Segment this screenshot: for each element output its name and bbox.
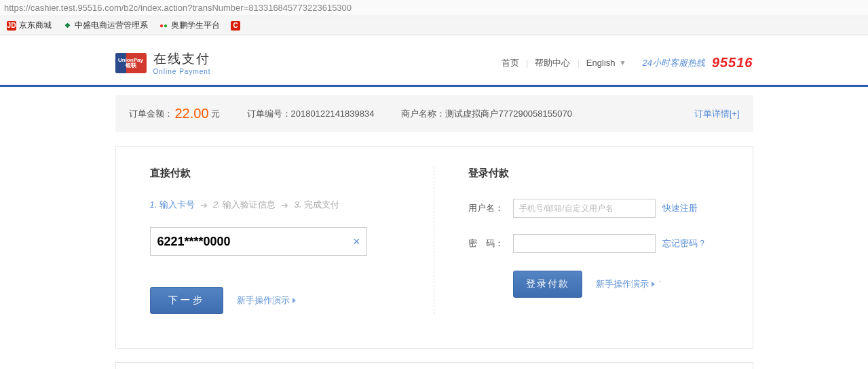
clear-input-icon[interactable]: × xyxy=(353,235,360,249)
dots-icon: ●● xyxy=(159,21,168,31)
card-number-input[interactable] xyxy=(150,227,367,256)
order-detail-toggle[interactable]: 订单详情[+] xyxy=(694,108,740,120)
browser-bookmarks-bar: JD京东商城 ❖中盛电商运营管理系 ●●奥鹏学生平台 C xyxy=(0,16,868,35)
arrow-right-icon: ➔ xyxy=(200,200,208,210)
login-demo-link[interactable]: 新手操作演示` xyxy=(596,278,661,290)
direct-pay-title: 直接付款 xyxy=(150,167,400,180)
merchant-value: 测试虚拟商户777290058155070 xyxy=(445,109,571,119)
login-pay-title: 登录付款 xyxy=(468,167,719,180)
password-input[interactable] xyxy=(513,234,656,253)
login-pay-column: 登录付款 用户名： 快速注册 密 码： 忘记密码？ 登录付款 新手操作演示` xyxy=(434,167,753,314)
direct-pay-column: 直接付款 1. 输入卡号 ➔ 2. 输入验证信息 ➔ 3. 完成支付 × 下一步… xyxy=(116,167,434,314)
logo: UnionPay 银联 在线支付 Online Payment xyxy=(115,50,211,75)
merchant-label: 商户名称： xyxy=(401,109,445,119)
language-select[interactable]: English ▼ xyxy=(586,58,626,68)
bookmark-aopeng[interactable]: ●●奥鹏学生平台 xyxy=(156,18,223,33)
arrow-right-icon: ➔ xyxy=(281,200,288,210)
next-section-placeholder xyxy=(115,362,753,369)
direct-pay-steps: 1. 输入卡号 ➔ 2. 输入验证信息 ➔ 3. 完成支付 xyxy=(150,199,400,211)
chevron-down-icon: ▼ xyxy=(620,59,626,66)
password-label: 密 码： xyxy=(468,237,506,250)
amount-value: 22.00 xyxy=(175,106,209,121)
jd-icon: JD xyxy=(7,21,16,31)
brand-title-en: Online Payment xyxy=(153,68,211,75)
orderno-label: 订单编号： xyxy=(247,109,291,119)
payment-panel: 直接付款 1. 输入卡号 ➔ 2. 输入验证信息 ➔ 3. 完成支付 × 下一步… xyxy=(115,146,753,349)
top-links: 首页 | 帮助中心 | English ▼ 24小时客服热线 95516 xyxy=(502,55,753,71)
bookmark-zhongsheng[interactable]: ❖中盛电商运营管理系 xyxy=(60,18,151,33)
amount-unit: 元 xyxy=(211,108,220,120)
brand-title-cn: 在线支付 xyxy=(153,50,211,68)
leaf-icon: ❖ xyxy=(62,21,72,31)
link-help[interactable]: 帮助中心 xyxy=(535,57,570,69)
next-step-button[interactable]: 下一步 xyxy=(150,287,223,314)
hotline-label: 24小时客服热线 xyxy=(642,57,704,69)
browser-address-bar[interactable]: https://cashier.test.95516.com/b2c/index… xyxy=(0,0,868,16)
bookmark-jd[interactable]: JD京东商城 xyxy=(4,18,54,33)
play-icon xyxy=(652,281,655,287)
register-link[interactable]: 快速注册 xyxy=(662,202,698,214)
hotline-number: 95516 xyxy=(712,55,753,71)
link-home[interactable]: 首页 xyxy=(502,57,519,69)
order-summary: 订单金额： 22.00 元 订单编号：20180122141839834 商户名… xyxy=(115,95,753,132)
direct-demo-link[interactable]: 新手操作演示 xyxy=(237,294,296,307)
login-pay-button[interactable]: 登录付款 xyxy=(513,271,582,298)
bookmark-unknown[interactable]: C xyxy=(228,20,243,32)
username-input[interactable] xyxy=(513,199,656,218)
play-icon xyxy=(293,298,296,303)
amount-label: 订单金额： xyxy=(129,108,173,120)
orderno-value: 20180122141839834 xyxy=(291,109,375,119)
page-header: UnionPay 银联 在线支付 Online Payment 首页 | 帮助中… xyxy=(115,35,753,85)
c-icon: C xyxy=(231,21,240,31)
forgot-password-link[interactable]: 忘记密码？ xyxy=(662,237,706,250)
unionpay-badge-icon: UnionPay 银联 xyxy=(115,53,147,73)
username-label: 用户名： xyxy=(468,202,506,214)
header-divider xyxy=(0,85,868,87)
